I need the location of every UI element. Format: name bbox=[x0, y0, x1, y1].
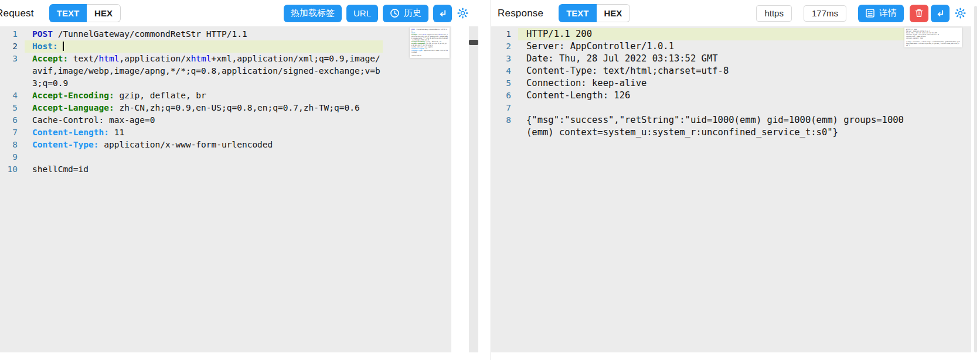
code-line: 8{"msg":"success","retString":"uid=1000(… bbox=[491, 114, 971, 139]
code-line: 9 bbox=[0, 151, 451, 163]
line-text: Cache-Control: max-age=0 bbox=[25, 114, 383, 126]
detail-list-icon bbox=[865, 8, 875, 18]
response-view-toggle: TEXT HEX bbox=[559, 4, 630, 22]
response-title: Response bbox=[498, 8, 543, 19]
minimap-line: Accept: text/html,application/xhtml+xml,… bbox=[411, 34, 448, 41]
line-number: 3 bbox=[491, 53, 511, 65]
code-line: 1HTTP/1.1 200 bbox=[491, 28, 971, 40]
response-toolbar: https 177ms 详情 bbox=[756, 5, 966, 22]
line-number: 6 bbox=[0, 114, 18, 126]
request-tab-text[interactable]: TEXT bbox=[49, 4, 87, 22]
line-text: Content-Length: 11 bbox=[25, 126, 383, 139]
line-text: Connection: keep-alive bbox=[518, 77, 907, 90]
request-minimap[interactable]: POST /TunnelGateway/commondRetStr HTTP/1… bbox=[410, 28, 450, 58]
request-toolbar: 热加载标签 URL 历史 bbox=[284, 5, 468, 22]
line-number: 10 bbox=[0, 163, 18, 176]
line-text: {"msg":"success","retString":"uid=1000(e… bbox=[518, 114, 907, 139]
line-number: 4 bbox=[0, 90, 18, 102]
details-button[interactable]: 详情 bbox=[858, 5, 904, 22]
line-number: 4 bbox=[491, 65, 511, 77]
delete-button[interactable] bbox=[910, 5, 928, 22]
clock-icon bbox=[390, 8, 400, 18]
enter-icon bbox=[935, 9, 945, 18]
line-text: Accept: text/html,application/xhtml+xml,… bbox=[25, 53, 383, 90]
minimap-line: shellCmd=id bbox=[411, 55, 448, 57]
response-send-button[interactable] bbox=[931, 5, 950, 22]
line-number: 5 bbox=[0, 102, 18, 114]
line-number: 9 bbox=[0, 151, 18, 163]
code-line: 4Accept-Encoding: gzip, deflate, br bbox=[0, 90, 451, 102]
line-number: 2 bbox=[491, 40, 511, 53]
line-number: 8 bbox=[491, 114, 511, 139]
line-text: Accept-Encoding: gzip, deflate, br bbox=[25, 90, 383, 102]
request-code: 1POST /TunnelGateway/commondRetStr HTTP/… bbox=[0, 26, 451, 176]
response-body: 1HTTP/1.1 2002Server: AppController/1.0.… bbox=[491, 26, 980, 360]
line-text: HTTP/1.1 200 bbox=[518, 28, 907, 40]
history-button[interactable]: 历史 bbox=[383, 5, 428, 22]
line-text bbox=[518, 102, 907, 114]
line-text: Server: AppController/1.0.1 bbox=[518, 40, 907, 53]
request-title: Request bbox=[0, 8, 34, 19]
code-line: 3Accept: text/html,application/xhtml+xml… bbox=[0, 53, 451, 90]
code-line: 2Server: AppController/1.0.1 bbox=[491, 40, 971, 53]
request-settings-button[interactable] bbox=[457, 8, 468, 19]
line-number: 3 bbox=[0, 53, 18, 90]
response-editor[interactable]: 1HTTP/1.1 2002Server: AppController/1.0.… bbox=[491, 26, 971, 352]
code-line: 7 bbox=[491, 102, 971, 114]
line-number: 5 bbox=[491, 77, 511, 90]
line-number: 6 bbox=[491, 90, 511, 102]
line-number: 1 bbox=[0, 28, 18, 40]
response-minimap[interactable]: HTTP/1.1 200Server: AppController/1.0.1D… bbox=[904, 28, 962, 47]
line-text: Host: bbox=[25, 40, 383, 53]
response-scrollbar-track[interactable] bbox=[974, 6, 977, 352]
request-send-button[interactable] bbox=[433, 5, 452, 22]
line-number: 8 bbox=[0, 139, 18, 151]
protocol-badge: https bbox=[756, 5, 792, 22]
line-text: POST /TunnelGateway/commondRetStr HTTP/1… bbox=[25, 28, 383, 40]
enter-icon bbox=[438, 9, 447, 18]
line-number: 7 bbox=[491, 102, 511, 114]
code-line: 1POST /TunnelGateway/commondRetStr HTTP/… bbox=[0, 28, 451, 40]
code-line: 7Content-Length: 11 bbox=[0, 126, 451, 139]
editor-scrollbar-track[interactable] bbox=[469, 26, 478, 352]
line-number: 2 bbox=[0, 40, 18, 53]
editor-scrollbar-thumb[interactable] bbox=[469, 40, 478, 45]
panel-divider-gap bbox=[451, 26, 491, 360]
minimap-line: {"msg":"success","retString":"uid=1000(e… bbox=[906, 41, 960, 46]
line-text: Accept-Language: zh-CN,zh;q=0.9,en-US;q=… bbox=[25, 102, 383, 114]
request-view-toggle: TEXT HEX bbox=[49, 4, 121, 22]
code-line: 5Connection: keep-alive bbox=[491, 77, 971, 90]
response-tab-hex[interactable]: HEX bbox=[597, 4, 631, 22]
hot-reload-button[interactable]: 热加载标签 bbox=[284, 5, 342, 22]
time-badge: 177ms bbox=[804, 5, 846, 22]
gear-icon bbox=[955, 8, 966, 19]
line-number: 7 bbox=[0, 126, 18, 139]
response-code: 1HTTP/1.1 2002Server: AppController/1.0.… bbox=[491, 26, 971, 139]
code-line: 4Content-Type: text/html;charset=utf-8 bbox=[491, 65, 971, 77]
http-repeater-app: Request TEXT HEX 热加载标签 URL 历史 bbox=[0, 0, 980, 360]
request-editor[interactable]: 1POST /TunnelGateway/commondRetStr HTTP/… bbox=[0, 26, 451, 352]
response-header: Response TEXT HEX https 177ms 详情 bbox=[491, 0, 980, 26]
line-text: Content-Length: 126 bbox=[518, 90, 907, 102]
url-button[interactable]: URL bbox=[346, 5, 378, 22]
request-tab-hex[interactable]: HEX bbox=[87, 4, 121, 22]
response-panel: Response TEXT HEX https 177ms 详情 bbox=[491, 0, 980, 360]
line-text bbox=[25, 151, 383, 163]
response-settings-button[interactable] bbox=[955, 8, 966, 19]
line-text: Content-Type: text/html;charset=utf-8 bbox=[518, 65, 907, 77]
gear-icon bbox=[457, 8, 468, 19]
request-header: Request TEXT HEX 热加载标签 URL 历史 bbox=[0, 0, 491, 26]
line-text: Date: Thu, 28 Jul 2022 03:13:52 GMT bbox=[518, 53, 907, 65]
request-body: 1POST /TunnelGateway/commondRetStr HTTP/… bbox=[0, 26, 491, 360]
response-tab-text[interactable]: TEXT bbox=[559, 4, 596, 22]
trash-icon bbox=[914, 8, 924, 18]
code-line: 6Content-Length: 126 bbox=[491, 90, 971, 102]
line-number: 1 bbox=[491, 28, 511, 40]
text-cursor bbox=[63, 42, 64, 51]
line-text: Content-Type: application/x-www-form-url… bbox=[25, 139, 383, 151]
request-panel: Request TEXT HEX 热加载标签 URL 历史 bbox=[0, 0, 491, 360]
code-line: 2Host: bbox=[0, 40, 451, 53]
code-line: 8Content-Type: application/x-www-form-ur… bbox=[0, 139, 451, 151]
code-line: 3Date: Thu, 28 Jul 2022 03:13:52 GMT bbox=[491, 53, 971, 65]
line-text: shellCmd=id bbox=[25, 163, 383, 176]
